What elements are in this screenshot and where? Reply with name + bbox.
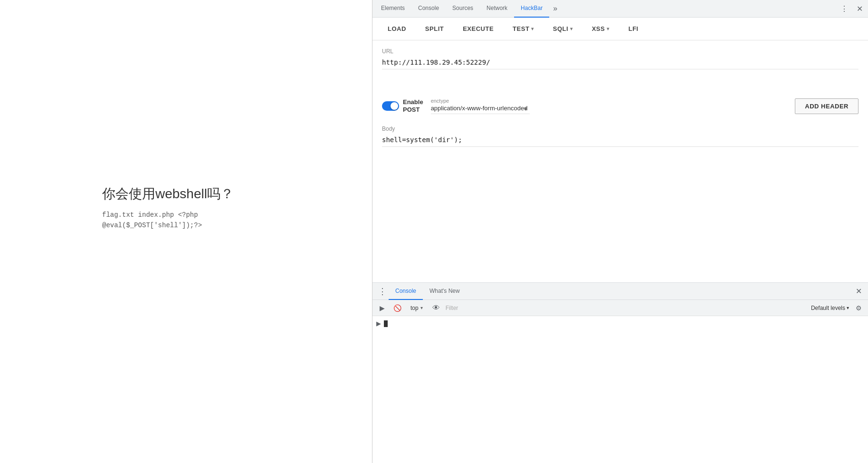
console-tab-whats-new[interactable]: What's New xyxy=(423,283,467,300)
toggle-knob xyxy=(391,102,398,110)
test-arrow: ▾ xyxy=(531,26,534,31)
default-levels-dropdown[interactable]: Default levels ▾ xyxy=(811,305,849,311)
tab-hackbar[interactable]: HackBar xyxy=(514,0,549,18)
body-section: Body xyxy=(382,125,858,147)
devtools-tab-actions: ⋮ ✕ xyxy=(838,2,866,15)
url-input[interactable] xyxy=(382,57,858,69)
code-block: flag.txt index.php <?php @eval($_POST['s… xyxy=(102,210,372,231)
url-section: URL xyxy=(382,48,858,69)
body-input[interactable] xyxy=(382,134,858,147)
code-line-1: flag.txt index.php <?php xyxy=(102,210,372,220)
lfi-button[interactable]: LFI xyxy=(621,22,646,35)
enctype-select-wrapper: application/x-www-form-urlencoded multip… xyxy=(431,104,527,114)
execute-button[interactable]: EXECUTE xyxy=(455,22,501,35)
console-content: ▶ xyxy=(372,316,868,463)
sqli-arrow: ▾ xyxy=(570,26,573,31)
devtools-more-button[interactable]: ⋮ xyxy=(838,2,851,15)
tab-network[interactable]: Network xyxy=(480,0,514,18)
tab-elements[interactable]: Elements xyxy=(374,0,411,18)
xss-button[interactable]: XSS ▾ xyxy=(584,22,617,35)
console-panel: ⋮ Console What's New ✕ ▶ 🚫 top ▾ 👁 xyxy=(372,282,868,463)
enable-post-label: Enable POST xyxy=(403,98,423,113)
enable-post-toggle[interactable] xyxy=(382,101,399,111)
console-clear-button[interactable]: 🚫 xyxy=(391,302,403,314)
console-execute-button[interactable]: ▶ xyxy=(376,302,388,314)
console-toolbar: ▶ 🚫 top ▾ 👁 Default levels ▾ ⚙ xyxy=(372,300,868,316)
enctype-select[interactable]: application/x-www-form-urlencoded multip… xyxy=(431,104,530,114)
enctype-arrow: ▾ xyxy=(524,106,527,112)
spacer xyxy=(382,77,858,87)
enctype-label: enctype xyxy=(431,98,527,104)
console-context-arrow: ▾ xyxy=(420,305,423,310)
load-button[interactable]: LOAD xyxy=(380,22,414,35)
code-line-2: @eval($_POST['shell']);?> xyxy=(102,220,372,231)
enable-post-toggle-wrapper: Enable POST xyxy=(382,98,423,113)
devtools-close-button[interactable]: ✕ xyxy=(853,2,866,15)
browser-page: 你会使用webshell吗？ flag.txt index.php <?php … xyxy=(0,0,372,463)
hackbar-content: URL Enable POST enctype xyxy=(372,40,868,282)
console-eye-button[interactable]: 👁 xyxy=(430,302,442,314)
sqli-button[interactable]: SQLI ▾ xyxy=(545,22,581,35)
hackbar-main: LOAD SPLIT EXECUTE TEST ▾ SQLI ▾ XSS ▾ L… xyxy=(372,18,868,463)
xss-arrow: ▾ xyxy=(607,26,610,31)
hackbar-toolbar: LOAD SPLIT EXECUTE TEST ▾ SQLI ▾ XSS ▾ L… xyxy=(372,18,868,40)
tab-console[interactable]: Console xyxy=(411,0,446,18)
split-button[interactable]: SPLIT xyxy=(418,22,451,35)
console-tab-console[interactable]: Console xyxy=(389,283,423,300)
console-cursor xyxy=(384,320,388,327)
add-header-button[interactable]: ADD HEADER xyxy=(795,98,858,114)
console-tab-bar: ⋮ Console What's New ✕ xyxy=(372,283,868,300)
console-prompt-arrow: ▶ xyxy=(376,320,381,327)
test-button[interactable]: TEST ▾ xyxy=(505,22,542,35)
console-close-button[interactable]: ✕ xyxy=(853,286,864,297)
devtools-tab-bar: Elements Console Sources Network HackBar… xyxy=(372,0,868,18)
more-tabs-button[interactable]: » xyxy=(549,4,561,13)
body-label: Body xyxy=(382,125,858,132)
page-heading: 你会使用webshell吗？ xyxy=(102,185,372,203)
tab-sources[interactable]: Sources xyxy=(446,0,480,18)
devtools-panel: Elements Console Sources Network HackBar… xyxy=(372,0,868,463)
url-label: URL xyxy=(382,48,858,55)
console-settings-button[interactable]: ⚙ xyxy=(853,302,864,314)
console-prompt: ▶ xyxy=(376,318,864,329)
default-levels-arrow: ▾ xyxy=(847,305,849,310)
console-context-label: top xyxy=(410,305,419,311)
console-menu-button[interactable]: ⋮ xyxy=(376,284,389,299)
post-row: Enable POST enctype application/x-www-fo… xyxy=(382,94,858,118)
enctype-group: enctype application/x-www-form-urlencode… xyxy=(431,98,527,114)
console-filter-input[interactable] xyxy=(446,303,807,313)
console-context-selector[interactable]: top ▾ xyxy=(407,303,427,313)
